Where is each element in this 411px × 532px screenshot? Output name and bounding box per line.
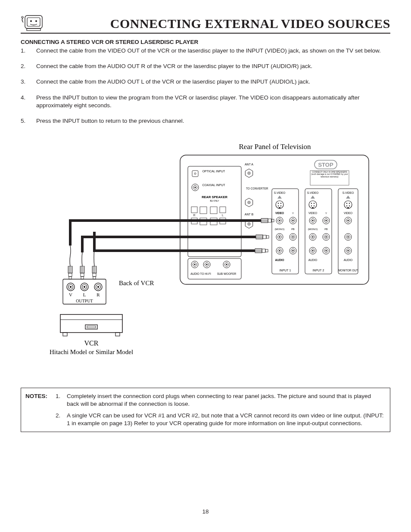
page-number: 18 xyxy=(0,508,411,515)
step-item: 2.Connect the cable from the AUDIO OUT R… xyxy=(21,62,390,70)
svg-rect-79 xyxy=(69,219,72,246)
svg-text:S-VIDEO: S-VIDEO xyxy=(307,191,319,194)
svg-point-2 xyxy=(30,20,32,22)
step-item: 1.Connect the cable from the VIDEO OUT o… xyxy=(21,47,390,55)
page-title: CONNECTING EXTERNAL VIDEO SOURCES xyxy=(48,16,390,32)
svg-point-28 xyxy=(194,173,196,174)
svg-text:SUB WOOFER: SUB WOOFER xyxy=(217,272,237,275)
svg-text:COAXIAL INPUT: COAXIAL INPUT xyxy=(202,184,225,187)
svg-text:ANT B: ANT B xyxy=(245,213,254,216)
svg-text:MONITOR OUT: MONITOR OUT xyxy=(338,269,358,272)
svg-rect-27 xyxy=(192,171,198,177)
notes-box: NOTES: 1.Completely insert the connectio… xyxy=(21,388,390,432)
svg-rect-33 xyxy=(191,207,197,213)
connection-diagram: Rear Panel of Television OPTICAL INPUT C… xyxy=(21,142,390,375)
svg-text:S-VIDEO: S-VIDEO xyxy=(342,191,354,194)
notes-list: 1.Completely insert the connection cord … xyxy=(56,392,384,427)
svg-text:Back of VCR: Back of VCR xyxy=(119,280,154,286)
svg-text:VIDEO: VIDEO xyxy=(308,212,317,215)
svg-text:AUDIO TO HI-FI: AUDIO TO HI-FI xyxy=(190,272,211,275)
svg-point-5 xyxy=(22,16,23,18)
step-item: 3.Connect the cable from the AUDIO OUT L… xyxy=(21,78,390,86)
svg-rect-82 xyxy=(93,249,96,252)
svg-rect-26 xyxy=(188,166,241,257)
svg-rect-89 xyxy=(60,314,122,333)
svg-text:OUTPUT: OUTPUT xyxy=(76,299,93,303)
svg-point-3 xyxy=(35,20,37,22)
svg-text:VIDEO: VIDEO xyxy=(344,212,352,215)
svg-text:(MONO): (MONO) xyxy=(275,228,285,230)
svg-text:Hitachi Model or Similar Model: Hitachi Model or Similar Model xyxy=(50,348,133,355)
svg-rect-4 xyxy=(27,28,40,31)
svg-rect-78 xyxy=(94,249,255,252)
svg-text:PB: PB xyxy=(324,228,328,230)
svg-rect-81 xyxy=(93,232,96,252)
notes-label: NOTES: xyxy=(25,392,56,427)
svg-rect-92 xyxy=(87,326,96,328)
svg-text:OPTICAL INPUT: OPTICAL INPUT xyxy=(202,170,225,173)
svg-rect-93 xyxy=(63,333,67,336)
svg-rect-35 xyxy=(200,207,207,214)
svg-text:R: R xyxy=(97,292,100,297)
svg-text:VIDEO: VIDEO xyxy=(275,212,284,215)
svg-text:STOP: STOP xyxy=(318,162,333,168)
svg-text:INPUT 1: INPUT 1 xyxy=(280,269,291,272)
svg-rect-37 xyxy=(220,207,226,213)
svg-rect-36 xyxy=(210,207,217,214)
svg-marker-54 xyxy=(277,196,282,199)
svg-marker-63 xyxy=(311,196,315,199)
steps-list: 1.Connect the cable from the VIDEO OUT o… xyxy=(21,47,390,125)
svg-text:L: L xyxy=(222,214,224,217)
svg-text:Y: Y xyxy=(292,212,294,215)
svg-text:S-VIDEO: S-VIDEO xyxy=(274,191,286,194)
svg-text:ANT A: ANT A xyxy=(245,163,253,166)
svg-text:R: R xyxy=(193,214,195,217)
svg-text:AUDIO: AUDIO xyxy=(308,258,318,261)
svg-text:V: V xyxy=(69,292,72,297)
svg-rect-77 xyxy=(82,236,256,238)
svg-rect-80 xyxy=(81,236,84,252)
step-item: 5.Press the INPUT button to return to th… xyxy=(21,117,390,125)
svg-rect-46 xyxy=(188,258,241,279)
svg-rect-94 xyxy=(115,333,120,336)
section-subhead: CONNECTING A STEREO VCR OR STEREO LASERD… xyxy=(21,39,390,45)
svg-text:AUDIO: AUDIO xyxy=(344,258,353,261)
tv-mascot-icon xyxy=(21,13,44,32)
step-item: 4.Press the INPUT button to view the pro… xyxy=(21,94,390,109)
page-header: CONNECTING EXTERNAL VIDEO SOURCES xyxy=(21,13,390,34)
svg-text:(MONO): (MONO) xyxy=(308,228,318,230)
svg-text:INPUT 2: INPUT 2 xyxy=(313,269,324,272)
svg-rect-76 xyxy=(70,219,261,222)
svg-text:TO CONVERTER: TO CONVERTER xyxy=(246,187,268,190)
svg-text:PB: PB xyxy=(291,228,295,230)
svg-text:Y: Y xyxy=(325,212,327,215)
svg-text:8Ω ONLY: 8Ω ONLY xyxy=(210,199,219,202)
svg-text:L: L xyxy=(83,292,86,297)
diagram-caption: Rear Panel of Television xyxy=(239,143,311,151)
svg-text:REAR SPEAKER: REAR SPEAKER xyxy=(202,195,227,199)
svg-marker-72 xyxy=(346,196,350,199)
svg-text:AUDIO: AUDIO xyxy=(275,258,284,261)
svg-text:VCR: VCR xyxy=(84,339,99,347)
